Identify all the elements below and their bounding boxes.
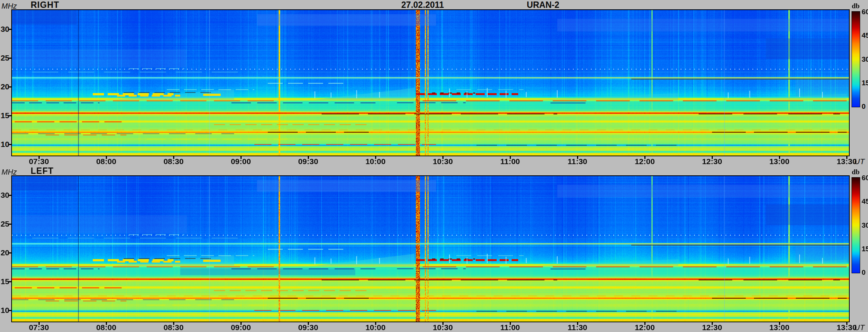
- time-tick-label: 08:30: [163, 323, 184, 332]
- freq-tick-label: 15: [0, 111, 9, 120]
- freq-tick-label: 15: [0, 277, 9, 286]
- time-tick-label: 12:00: [635, 157, 655, 166]
- time-tick-label: 11:00: [500, 157, 520, 166]
- colorbar-tick-label: 30: [862, 221, 868, 230]
- time-tick-label: 11:00: [500, 323, 520, 332]
- time-tick-label: 12:30: [702, 323, 722, 332]
- time-tick-label: 13:30: [837, 323, 857, 332]
- time-tick-label: 11:30: [568, 323, 588, 332]
- time-tick-label: 12:30: [702, 157, 722, 166]
- colorbar-right-canvas: [852, 11, 860, 107]
- time-tick-label: 13:00: [769, 157, 789, 166]
- date-label: 27.02.2011: [401, 0, 444, 10]
- colorbar-tick-label: 15: [862, 245, 868, 253]
- time-tick-label: 09:30: [298, 157, 318, 166]
- colorbar-tick-label: 30: [862, 55, 868, 64]
- freq-tick-label: 30: [0, 25, 9, 34]
- freq-tick-label: 20: [0, 82, 9, 91]
- time-tick-label: 07:30: [29, 323, 49, 332]
- freq-tick-label: 10: [0, 140, 9, 149]
- time-tick-label: 08:00: [96, 323, 116, 332]
- colorbar-tick-label: 60: [862, 8, 868, 16]
- time-tick-label: 10:00: [365, 323, 386, 332]
- uran2-spectrogram-screen: { "app": {"background_color": "#bcbcbc"}…: [0, 0, 868, 332]
- time-tick-label: 09:00: [231, 157, 251, 166]
- colorbar-tick-label: 0: [862, 102, 866, 111]
- time-tick-label: 10:00: [365, 157, 386, 166]
- time-tick-label: 08:30: [163, 157, 184, 166]
- freq-tick-label: 10: [0, 306, 9, 315]
- colorbar-tick-label: 0: [862, 268, 866, 277]
- time-tick-label: 12:00: [635, 323, 655, 332]
- time-tick-label: 10:30: [433, 323, 453, 332]
- time-tick-label: 11:30: [568, 157, 588, 166]
- freq-tick-label: 30: [0, 191, 9, 200]
- time-tick-label: 09:30: [298, 323, 318, 332]
- colorbar-tick-label: 45: [862, 31, 868, 40]
- freq-tick-label: 25: [0, 219, 9, 228]
- time-tick-label: 08:00: [96, 157, 116, 166]
- colorbar-left-canvas: [852, 177, 860, 273]
- time-tick-label: 09:00: [231, 323, 251, 332]
- freq-tick-label: 20: [0, 248, 9, 257]
- spectrogram-left-canvas: [11, 175, 850, 322]
- spectrogram-panel-right: MHz RIGHT 27.02.2011 URAN-2 db UT 07:300…: [0, 0, 868, 166]
- time-tick-label: 13:00: [769, 323, 789, 332]
- colorbar-tick-label: 15: [862, 79, 868, 87]
- spectrogram-panel-left: MHz LEFT db UT 07:3008:0008:3009:0009:30…: [0, 166, 868, 332]
- panel-title-right: RIGHT: [31, 0, 59, 10]
- spectrogram-right-canvas: [11, 9, 850, 156]
- station-label: URAN-2: [527, 0, 559, 10]
- freq-tick-label: 25: [0, 53, 9, 62]
- time-tick-label: 07:30: [29, 157, 49, 166]
- colorbar-tick-label: 45: [862, 197, 868, 206]
- time-tick-label: 13:30: [837, 157, 857, 166]
- time-tick-label: 10:30: [433, 157, 453, 166]
- panel-title-left: LEFT: [31, 166, 54, 176]
- colorbar-tick-label: 60: [862, 174, 868, 182]
